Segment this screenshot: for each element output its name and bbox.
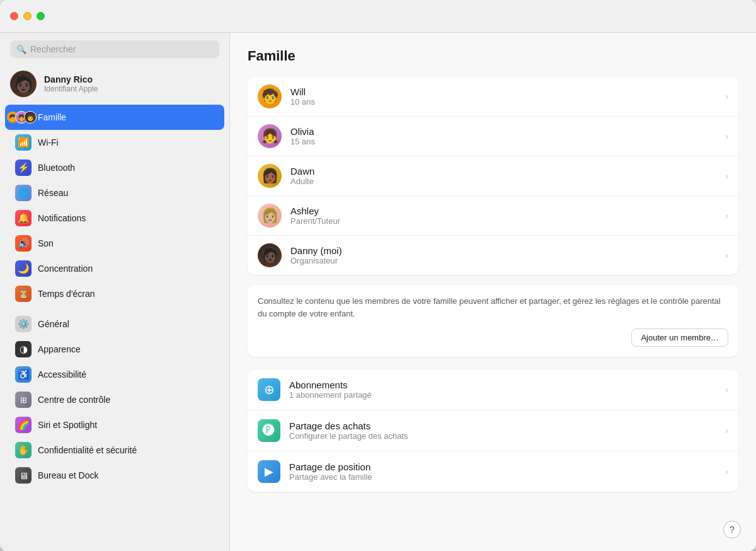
sidebar-item-apparence[interactable]: ◑ Apparence bbox=[5, 337, 224, 362]
member-row-olivia[interactable]: 👧 Olivia 15 ans › bbox=[248, 117, 738, 156]
sidebar-item-temps[interactable]: ⏳ Temps d'écran bbox=[5, 281, 224, 306]
bluetooth-icon: ⚡ bbox=[15, 160, 32, 176]
member-role-danny: Organisateur bbox=[290, 256, 342, 265]
chevron-icon: › bbox=[725, 385, 728, 395]
service-row-abonnements[interactable]: ⊕ Abonnements 1 abonnement partagé › bbox=[248, 369, 738, 410]
sidebar-item-concentration[interactable]: 🌙 Concentration bbox=[5, 256, 224, 281]
user-profile[interactable]: 🧑🏿 Danny Rico Identifiant Apple bbox=[0, 66, 229, 105]
sidebar-item-label-reseau: Réseau bbox=[38, 188, 68, 198]
member-row-ashley[interactable]: 👩🏼 Ashley Parent/Tuteur › bbox=[248, 196, 738, 236]
service-name-abonnements: Abonnements bbox=[289, 380, 372, 390]
accessibilite-icon: ♿ bbox=[15, 366, 32, 383]
member-info-dawn: Dawn Adulte bbox=[290, 166, 314, 186]
sidebar-item-son[interactable]: 🔊 Son bbox=[5, 231, 224, 256]
member-role-olivia: 15 ans bbox=[290, 137, 315, 146]
service-row-achats[interactable]: 🅟 Partage des achats Configurer le parta… bbox=[248, 410, 738, 451]
sidebar-item-label-centre: Centre de contrôle bbox=[38, 395, 110, 405]
concentration-icon: 🌙 bbox=[15, 260, 32, 277]
sidebar-item-bureau[interactable]: 🖥 Bureau et Dock bbox=[5, 463, 224, 488]
titlebar bbox=[0, 0, 756, 33]
help-button[interactable]: ? bbox=[723, 521, 741, 538]
main-layout: 🔍 Rechercher 🧑🏿 Danny Rico Identifiant A… bbox=[0, 33, 756, 551]
member-name-ashley: Ashley bbox=[290, 206, 340, 216]
user-info: Danny Rico Identifiant Apple bbox=[44, 74, 98, 93]
service-sub-achats: Configurer le partage des achats bbox=[289, 431, 408, 441]
sidebar-item-accessibilite[interactable]: ♿ Accessibilité bbox=[5, 362, 224, 387]
member-role-ashley: Parent/Tuteur bbox=[290, 216, 340, 226]
member-role-dawn: Adulte bbox=[290, 177, 314, 186]
user-name: Danny Rico bbox=[44, 74, 98, 84]
centre-icon: ⊞ bbox=[15, 392, 32, 408]
member-row-danny[interactable]: 🧑🏿 Danny (moi) Organisateur › bbox=[248, 236, 738, 275]
sidebar-item-famille[interactable]: 🧒 👧 👨 Famille bbox=[5, 105, 224, 130]
service-info-position: Partage de position Partage avec la fami… bbox=[289, 461, 372, 482]
system-preferences-window: 🔍 Rechercher 🧑🏿 Danny Rico Identifiant A… bbox=[0, 0, 756, 551]
service-info-abonnements: Abonnements 1 abonnement partagé bbox=[289, 380, 372, 400]
member-name-olivia: Olivia bbox=[290, 126, 315, 137]
service-sub-abonnements: 1 abonnement partagé bbox=[289, 390, 372, 400]
sidebar-item-label-temps: Temps d'écran bbox=[38, 289, 95, 299]
reseau-icon: 🌐 bbox=[15, 185, 32, 201]
siri-icon: 🌈 bbox=[15, 417, 32, 433]
sidebar-item-notifications[interactable]: 🔔 Notifications bbox=[5, 206, 224, 231]
confidentialite-icon: ✋ bbox=[15, 442, 32, 458]
member-avatar-danny: 🧑🏿 bbox=[258, 243, 282, 267]
sidebar-item-bluetooth[interactable]: ⚡ Bluetooth bbox=[5, 155, 224, 180]
search-box[interactable]: 🔍 Rechercher bbox=[10, 40, 219, 58]
sidebar-item-label-general: Général bbox=[38, 319, 69, 329]
search-icon: 🔍 bbox=[16, 45, 26, 54]
page-title: Famille bbox=[248, 48, 738, 64]
temps-icon: ⏳ bbox=[15, 286, 32, 302]
sidebar-item-label-notifications: Notifications bbox=[38, 213, 86, 223]
sidebar-item-siri[interactable]: 🌈 Siri et Spotlight bbox=[5, 412, 224, 438]
chevron-icon: › bbox=[725, 131, 728, 141]
sidebar-item-label-wifi: Wi-Fi bbox=[38, 137, 59, 148]
member-avatar-olivia: 👧 bbox=[258, 124, 282, 148]
main-content: Famille 🧒 Will 10 ans › 👧 bbox=[230, 33, 756, 551]
member-row-dawn[interactable]: 👩🏾 Dawn Adulte › bbox=[248, 156, 738, 196]
maximize-button[interactable] bbox=[37, 12, 45, 20]
chevron-icon: › bbox=[725, 250, 728, 260]
sidebar-item-label-confidentialite: Confidentialité et sécurité bbox=[38, 445, 137, 455]
abonnements-icon: ⊕ bbox=[258, 378, 280, 401]
chevron-icon: › bbox=[725, 91, 728, 102]
minimize-button[interactable] bbox=[23, 12, 32, 20]
member-info-will: Will 10 ans bbox=[290, 86, 315, 107]
member-avatar-will: 🧒 bbox=[258, 84, 282, 108]
sidebar-item-label-concentration: Concentration bbox=[38, 264, 93, 274]
close-button[interactable] bbox=[10, 12, 18, 20]
service-sub-position: Partage avec la famille bbox=[289, 472, 372, 482]
sidebar-item-label-famille: Famille bbox=[38, 112, 66, 122]
member-row-will[interactable]: 🧒 Will 10 ans › bbox=[248, 77, 738, 117]
sidebar: 🔍 Rechercher 🧑🏿 Danny Rico Identifiant A… bbox=[0, 33, 230, 551]
sidebar-item-reseau[interactable]: 🌐 Réseau bbox=[5, 180, 224, 206]
description-box: Consultez le contenu que les membres de … bbox=[248, 285, 738, 357]
service-row-position[interactable]: ▶ Partage de position Partage avec la fa… bbox=[248, 451, 738, 492]
service-name-position: Partage de position bbox=[289, 461, 372, 472]
service-name-achats: Partage des achats bbox=[289, 420, 408, 431]
search-container: 🔍 Rechercher bbox=[0, 40, 229, 66]
member-name-will: Will bbox=[290, 86, 315, 97]
chevron-icon: › bbox=[725, 211, 728, 221]
chevron-icon: › bbox=[725, 171, 728, 181]
sidebar-item-confidentialite[interactable]: ✋ Confidentialité et sécurité bbox=[5, 438, 224, 463]
sidebar-item-label-bluetooth: Bluetooth bbox=[38, 163, 75, 173]
member-info-olivia: Olivia 15 ans bbox=[290, 126, 315, 146]
wifi-icon: 📶 bbox=[15, 134, 32, 151]
chevron-icon: › bbox=[725, 426, 728, 436]
member-name-dawn: Dawn bbox=[290, 166, 314, 177]
famille-icon: 🧒 👧 👨 bbox=[15, 109, 32, 125]
sidebar-item-label-son: Son bbox=[38, 238, 54, 248]
description-text: Consultez le contenu que les membres de … bbox=[258, 295, 728, 320]
search-input[interactable]: Rechercher bbox=[30, 44, 76, 54]
sidebar-item-centre[interactable]: ⊞ Centre de contrôle bbox=[5, 387, 224, 412]
sidebar-item-general[interactable]: ⚙️ Général bbox=[5, 311, 224, 337]
general-icon: ⚙️ bbox=[15, 316, 32, 332]
sidebar-item-wifi[interactable]: 📶 Wi-Fi bbox=[5, 130, 224, 155]
sidebar-item-label-bureau: Bureau et Dock bbox=[38, 470, 99, 480]
son-icon: 🔊 bbox=[15, 235, 32, 252]
apparence-icon: ◑ bbox=[15, 341, 32, 357]
member-role-will: 10 ans bbox=[290, 97, 315, 107]
avatar: 🧑🏿 bbox=[10, 71, 37, 97]
add-member-button[interactable]: Ajouter un membre… bbox=[631, 328, 728, 347]
